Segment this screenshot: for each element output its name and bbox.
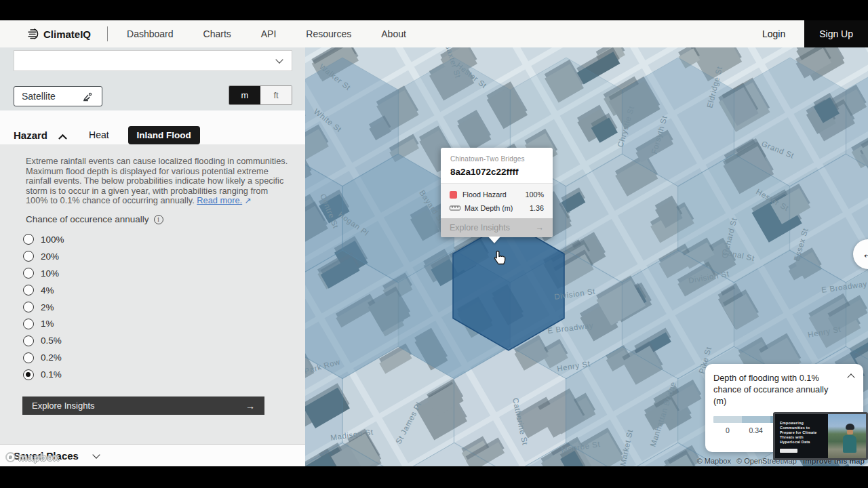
flood-description: Extreme rainfall events can cause locali… <box>26 157 289 206</box>
map-feature-popup: Chinatown-Two Bridges 8a2a1072c22ffff Fl… <box>441 148 553 237</box>
hazard-section-title: Hazard <box>14 129 47 141</box>
read-more-link[interactable]: Read more. <box>197 195 242 205</box>
top-navigation: ClimateIQ Dashboard Charts API Resources… <box>0 20 868 47</box>
nav-item-api[interactable]: API <box>261 28 277 39</box>
climateiq-logo[interactable]: ClimateIQ <box>27 28 91 40</box>
letterbox-top <box>0 0 868 20</box>
left-panel: Satellite m ft Hazard Heat Inland Flood … <box>0 47 305 466</box>
video-cta-button <box>780 449 797 453</box>
legend-title: Depth of flooding with 0.1% chance of oc… <box>713 372 855 407</box>
map-canvas[interactable]: Walker St White St Hester St Baxter St H… <box>305 47 868 466</box>
info-icon[interactable]: i <box>154 215 163 224</box>
popup-explore-label: Explore Insights <box>450 223 510 232</box>
hand-cursor-icon <box>493 250 507 266</box>
ramp-step-2 <box>742 416 770 423</box>
radio-circle-icon <box>23 285 34 296</box>
explore-insights-button[interactable]: Explore Insights → <box>22 396 264 415</box>
chance-of-occurrence-label: Chance of occurence annually i <box>26 214 163 224</box>
collapse-caret-icon[interactable] <box>58 134 67 142</box>
mapbox-attribution-link[interactable]: © Mapbox <box>697 457 731 465</box>
radio-circle-icon <box>23 251 34 262</box>
ruler-icon <box>450 205 460 211</box>
popup-explore-insights-button[interactable]: Explore Insights → <box>441 218 553 237</box>
radio-circle-icon <box>23 336 34 346</box>
flood-hazard-swatch-icon <box>450 191 457 199</box>
radio-0-5[interactable]: 0.5% <box>23 332 64 349</box>
radio-label: 10% <box>41 268 59 279</box>
radio-circle-icon <box>23 369 34 380</box>
radio-0-1[interactable]: 0.1% <box>23 366 64 383</box>
popup-header: Chinatown-Two Bridges 8a2a1072c22ffff <box>441 148 553 183</box>
unit-toggle: m ft <box>229 85 292 105</box>
nav-links: Dashboard Charts API Resources About <box>127 28 406 39</box>
explore-insights-label: Explore Insights <box>32 401 95 411</box>
nav-item-charts[interactable]: Charts <box>203 28 231 39</box>
globe-lines-icon <box>27 28 39 40</box>
radio-label: 2% <box>41 302 54 312</box>
radio-circle-icon <box>23 302 34 312</box>
external-link-icon: ↗ <box>245 196 252 205</box>
flood-hazard-row: Flood Hazard 100% <box>450 190 544 199</box>
legend-tick-0-34: 0.34 <box>742 426 770 434</box>
radio-circle-icon <box>23 234 34 245</box>
ramp-step-1 <box>713 416 742 423</box>
video-landing-page: Empowering Communities to Prepare for Cl… <box>775 414 828 458</box>
popup-pointer <box>488 237 500 243</box>
letterbox-bottom <box>0 466 868 488</box>
radio-1[interactable]: 1% <box>23 315 64 332</box>
video-scene-image <box>828 414 866 458</box>
chevron-down-icon[interactable] <box>92 451 100 458</box>
flood-hazard-label: Flood Hazard <box>462 190 507 199</box>
inland-flood-panel: Extreme rainfall events can cause locali… <box>0 144 305 445</box>
radio-label: 1% <box>41 319 54 329</box>
probability-radio-group: 100% 20% 10% 4% 2% 1% 0.5% 0.2% 0.1% <box>23 231 64 383</box>
popup-stats: Flood Hazard 100% Max Depth (m) 1.36 <box>441 183 553 218</box>
satellite-toggle-button[interactable]: Satellite <box>14 86 102 106</box>
location-select[interactable] <box>14 50 292 71</box>
radio-label: 0.5% <box>41 336 62 346</box>
popup-area-name: Chinatown-Two Bridges <box>450 155 543 163</box>
signup-button[interactable]: Sign Up <box>804 20 868 47</box>
chance-label-text: Chance of occurence annually <box>26 214 149 224</box>
tab-inland-flood[interactable]: Inland Flood <box>128 126 200 144</box>
nav-item-dashboard[interactable]: Dashboard <box>127 28 174 39</box>
mapbox-circle-icon <box>5 452 16 462</box>
tab-heat[interactable]: Heat <box>89 129 109 140</box>
radio-label: 0.2% <box>41 352 62 363</box>
arrow-right-icon: → <box>245 401 255 411</box>
satellite-label: Satellite <box>22 91 56 102</box>
radio-2[interactable]: 2% <box>23 299 64 316</box>
radio-label: 4% <box>41 285 54 296</box>
arrow-right-icon: → <box>536 223 545 232</box>
nav-divider <box>107 26 108 41</box>
legend-tick-0: 0 <box>713 426 742 434</box>
radio-circle-icon <box>23 319 34 329</box>
login-button[interactable]: Login <box>743 28 804 39</box>
mapbox-logo[interactable]: mapbox <box>5 451 60 463</box>
satellite-icon <box>83 92 94 102</box>
max-depth-value: 1.36 <box>530 204 544 212</box>
popup-cell-id: 8a2a1072c22ffff <box>450 167 543 177</box>
radio-circle-icon <box>23 352 34 363</box>
video-headline: Empowering Communities to Prepare for Cl… <box>780 421 825 445</box>
radio-label: 0.1% <box>41 369 62 380</box>
unit-meters[interactable]: m <box>229 86 260 104</box>
chevron-down-icon <box>275 56 283 63</box>
unit-feet[interactable]: ft <box>260 86 292 104</box>
legend-title-line1: Depth of flooding with 0.1% <box>713 373 819 383</box>
radio-label: 100% <box>41 235 64 245</box>
panel-controls-section: Satellite m ft <box>0 47 305 110</box>
radio-100[interactable]: 100% <box>23 231 64 248</box>
radio-0-2[interactable]: 0.2% <box>23 349 64 366</box>
brand-name: ClimateIQ <box>43 28 91 40</box>
radio-20[interactable]: 20% <box>23 248 64 265</box>
arrow-left-icon: ← <box>862 247 868 262</box>
radio-label: 20% <box>41 251 59 262</box>
video-overlay[interactable]: Empowering Communities to Prepare for Cl… <box>773 412 868 460</box>
nav-item-about[interactable]: About <box>381 28 406 39</box>
max-depth-label: Max Depth (m) <box>465 204 513 212</box>
radio-4[interactable]: 4% <box>23 282 64 299</box>
cyclist-figure <box>842 424 859 456</box>
nav-item-resources[interactable]: Resources <box>306 28 351 39</box>
radio-10[interactable]: 10% <box>23 265 64 282</box>
